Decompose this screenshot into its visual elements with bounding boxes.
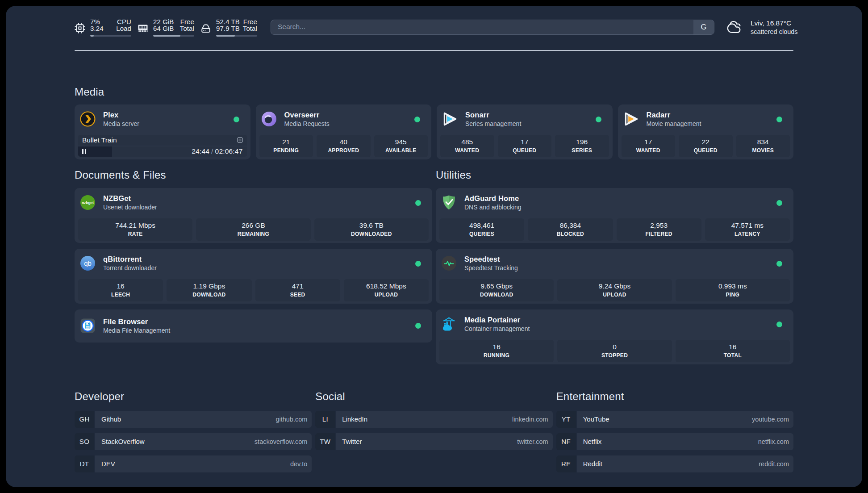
service-stack: nzbget NZBGet Usenet downloader 744. <box>75 188 432 343</box>
bookmark-body: Github github.com <box>95 411 312 428</box>
stat-value: 39.6 TB <box>359 221 384 230</box>
bookmark-reddit[interactable]: RE Reddit reddit.com <box>556 455 793 472</box>
bookmark-group-developer: Developer GH Github github.com SO StackO… <box>75 390 312 472</box>
radarr-icon <box>623 111 639 127</box>
memory-total-label: Total <box>180 25 194 32</box>
stat-block: 17 QUEUED <box>498 135 552 157</box>
stat-block: 9.65 Gbps DOWNLOAD <box>439 279 554 301</box>
stat-block: 945 AVAILABLE <box>374 135 428 157</box>
stat-value: 17 <box>644 138 652 146</box>
stat-label: WANTED <box>455 147 479 154</box>
disk-total-label: Total <box>243 25 257 32</box>
stat-value: 86,384 <box>560 221 581 230</box>
bookmark-body: Twitter twitter.com <box>336 433 552 450</box>
service-title: Sonarr <box>465 111 521 119</box>
plex-session-icon <box>237 137 243 143</box>
service-titles: Speedtest Speedtest Tracking <box>464 255 518 272</box>
service-stats-row: 16 RUNNING 0 STOPPED 16 TOTAL <box>439 340 790 362</box>
search-provider-button[interactable]: G <box>693 20 714 34</box>
scattered-clouds-icon <box>726 20 741 34</box>
status-dot-online <box>776 322 782 327</box>
stat-value: 21 <box>282 138 290 146</box>
stat-block: 485 WANTED <box>440 135 494 157</box>
service-card-overseerr[interactable]: Overseerr Media Requests 21 PENDING 40 A… <box>256 104 432 159</box>
bookmark-url: stackoverflow.com <box>255 438 307 445</box>
plex-total-duration: 02:06:47 <box>215 147 243 155</box>
plex-now-playing-row: Bullet Train <box>78 135 247 146</box>
bookmark-list: YT YouTube youtube.com NF Netflix netfli… <box>556 411 793 472</box>
stat-block: 0.993 ms PING <box>676 279 790 301</box>
service-header: File Browser Media File Management <box>80 318 429 334</box>
section-title-documents: Documents & Files <box>75 169 432 181</box>
service-header: Sonarr Series management <box>442 111 609 127</box>
stat-block: 9.24 Gbps UPLOAD <box>557 279 672 301</box>
stat-value: 945 <box>395 138 407 146</box>
status-dot-online <box>776 117 782 122</box>
search-input[interactable] <box>271 20 693 34</box>
bookmark-youtube[interactable]: YT YouTube youtube.com <box>556 411 793 428</box>
bookmark-name: Github <box>101 415 121 423</box>
section-documents-files: Documents & Files nzbget <box>75 169 432 343</box>
stat-label: QUEUED <box>694 147 718 154</box>
service-titles: Radarr Movie management <box>647 111 701 127</box>
disk-total-value: 97.9 TB <box>216 25 240 32</box>
service-card-speedtest[interactable]: Speedtest Speedtest Tracking 9.65 Gbps D… <box>436 249 793 304</box>
bookmark-dev[interactable]: DT DEV dev.to <box>75 455 312 472</box>
service-card-filebrowser[interactable]: File Browser Media File Management <box>75 309 432 343</box>
weather-text: Lviv, 16.87°C scattered clouds <box>751 20 793 35</box>
stat-block: 22 QUEUED <box>679 135 733 157</box>
service-card-nzbget[interactable]: nzbget NZBGet Usenet downloader 744. <box>75 188 432 243</box>
bookmark-body: Reddit reddit.com <box>577 455 793 472</box>
portainer-icon <box>441 316 457 332</box>
stat-block: 39.6 TB DOWNLOADED <box>314 218 429 241</box>
stat-label: UPLOAD <box>375 292 398 298</box>
stat-label: MOVIES <box>752 147 774 154</box>
section-title-social: Social <box>315 390 552 403</box>
service-card-adguard[interactable]: AdGuard Home DNS and adblocking 498,461 … <box>436 188 793 243</box>
status-dot-online <box>415 261 421 267</box>
service-subtitle: Media server <box>103 120 139 127</box>
weather-widget: Lviv, 16.87°C scattered clouds <box>726 20 793 35</box>
service-card-radarr[interactable]: Radarr Movie management 17 WANTED 22 QUE… <box>618 104 794 159</box>
plex-now-playing-title: Bullet Train <box>82 136 117 144</box>
resource-row: 97.9 TB Total <box>216 25 257 32</box>
stat-label: STOPPED <box>601 352 628 359</box>
cpu-widget: 7% CPU 3.24 Load <box>75 19 131 37</box>
stat-value: 16 <box>729 343 736 351</box>
stat-value: 266 GB <box>242 221 265 230</box>
bookmark-linkedin[interactable]: LI LinkedIn linkedin.com <box>315 411 552 428</box>
bookmark-netflix[interactable]: NF Netflix netflix.com <box>556 433 793 450</box>
service-card-sonarr[interactable]: Sonarr Series management 485 WANTED 17 Q… <box>437 104 613 159</box>
bookmark-twitter[interactable]: TW Twitter twitter.com <box>315 433 552 450</box>
service-stats-row: 17 WANTED 22 QUEUED 834 MOVIES <box>622 135 790 157</box>
service-subtitle: Movie management <box>647 120 701 127</box>
service-stack: AdGuard Home DNS and adblocking 498,461 … <box>436 188 793 364</box>
service-title: qBittorrent <box>103 255 157 263</box>
stat-label: DOWNLOAD <box>192 292 225 298</box>
bookmark-github[interactable]: GH Github github.com <box>75 411 312 428</box>
service-card-qbittorrent[interactable]: qb qBittorrent Torrent downloader 16 <box>75 249 432 304</box>
stat-block: 471 SEED <box>255 279 340 301</box>
plex-time: 24:44/02:06:47 <box>192 147 242 155</box>
stat-label: FILTERED <box>646 231 672 237</box>
service-card-portainer[interactable]: Media Portainer Container management 16 … <box>436 309 793 364</box>
pause-icon[interactable] <box>82 149 86 154</box>
status-dot-online <box>415 323 421 329</box>
stat-value: 9.65 Gbps <box>480 282 513 290</box>
bookmark-url: linkedin.com <box>512 416 548 423</box>
resource-row: 64 GiB Total <box>153 25 194 32</box>
bookmark-name: LinkedIn <box>342 415 367 423</box>
service-card-plex[interactable]: Plex Media server Bullet Train <box>75 104 250 159</box>
bookmark-body: StackOverflow stackoverflow.com <box>95 433 312 450</box>
stat-label: TOTAL <box>724 352 742 359</box>
status-dot-online <box>596 117 601 122</box>
stat-value: 22 <box>702 138 709 146</box>
speedtest-icon <box>441 255 457 271</box>
stat-label: PING <box>726 292 740 298</box>
bookmark-abbr: YT <box>556 411 576 428</box>
bookmark-abbr: DT <box>75 455 94 472</box>
service-subtitle: Media Requests <box>284 120 330 127</box>
status-dot-online <box>776 261 782 267</box>
bookmark-stackoverflow[interactable]: SO StackOverflow stackoverflow.com <box>75 433 312 450</box>
cpu-icon <box>75 23 85 33</box>
